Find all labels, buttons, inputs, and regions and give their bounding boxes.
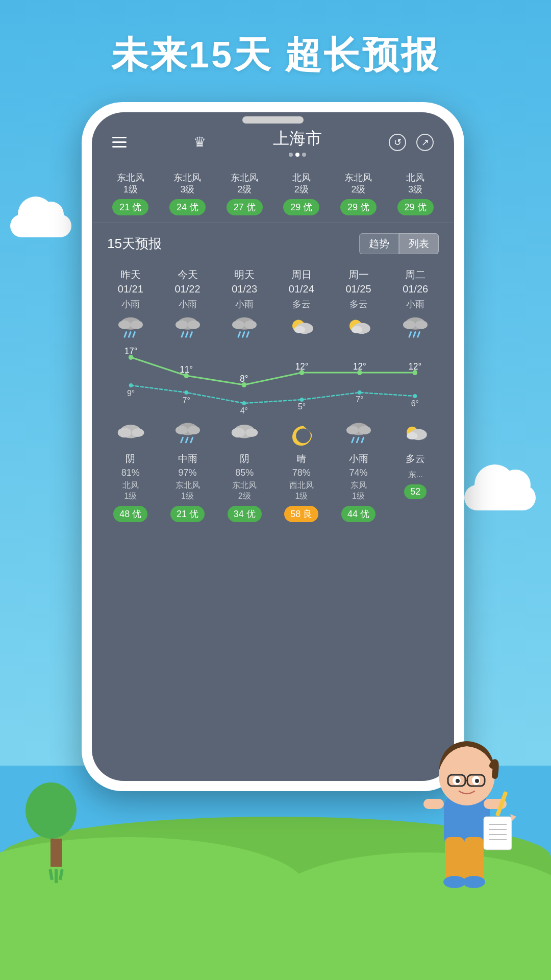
bottom-condition-5: 小雨 — [349, 452, 368, 465]
air-item-6: 北风3级 29 优 — [397, 172, 434, 215]
svg-line-61 — [186, 437, 188, 443]
air-item-3: 东北风2级 27 优 — [227, 172, 263, 215]
menu-icon[interactable] — [112, 137, 127, 148]
svg-point-20 — [294, 326, 305, 333]
svg-point-25 — [403, 321, 415, 329]
city-name: 上海市 — [273, 128, 322, 150]
svg-text:4°: 4° — [240, 405, 248, 413]
bottom-badge-2: 21 优 — [170, 506, 205, 522]
air-quality-row: 东北风1级 21 优 东北风3级 24 优 东北风2级 27 优 北风2级 29… — [92, 165, 454, 223]
forecast-title: 15天预报 — [107, 235, 162, 253]
forecast-day-1: 昨天01/21 小雨 — [102, 267, 159, 342]
svg-text:7°: 7° — [182, 395, 190, 405]
bottom-wind-4: 西北风1级 — [289, 480, 314, 502]
svg-line-60 — [181, 437, 183, 443]
partly-cloudy-icon-5 — [343, 314, 374, 340]
forecast-section: 15天预报 趋势 列表 昨天01/21 小雨 — [92, 223, 454, 522]
air-badge-4: 29 优 — [283, 199, 319, 215]
svg-point-69 — [359, 426, 371, 434]
cloudy-icon-1 — [115, 421, 146, 446]
forecast-tab-list[interactable]: 列表 — [399, 233, 439, 254]
forecast-tab-trend[interactable]: 趋势 — [359, 233, 399, 254]
rain-icon-3 — [229, 314, 260, 340]
svg-line-9 — [182, 332, 184, 337]
air-badge-3: 27 优 — [227, 199, 263, 215]
svg-text:5°: 5° — [298, 401, 306, 411]
svg-point-1 — [118, 321, 131, 329]
svg-line-72 — [362, 437, 364, 443]
bottom-percent-4: 78% — [292, 468, 311, 478]
svg-text:9°: 9° — [127, 388, 135, 398]
rain-icon-b2 — [172, 421, 203, 446]
svg-point-13 — [232, 321, 244, 329]
page-title: 未来15天 超长预报 — [0, 31, 551, 80]
cloud-left — [10, 214, 71, 237]
svg-rect-93 — [484, 817, 512, 850]
svg-point-2 — [131, 321, 143, 329]
air-wind-6: 北风3级 — [406, 172, 424, 196]
air-item-1: 东北风1级 21 优 — [112, 172, 148, 215]
svg-point-64 — [232, 428, 245, 437]
partly-cloudy-icon-b6 — [400, 421, 431, 446]
bottom-badge-6: 52 — [404, 484, 427, 499]
air-badge-2: 24 优 — [169, 199, 206, 215]
svg-point-75 — [407, 432, 418, 439]
svg-point-68 — [346, 426, 359, 434]
forecast-day-3: 明天01/23 小雨 — [216, 267, 273, 342]
bottom-wind-3: 东北风2级 — [232, 480, 257, 502]
forecast-day-4: 周日01/24 多云 — [273, 267, 330, 342]
forecast-day-2: 今天01/22 小雨 — [159, 267, 216, 342]
bottom-percent-3: 85% — [235, 468, 254, 478]
svg-point-7 — [176, 321, 188, 329]
svg-line-4 — [129, 332, 131, 337]
city-dot-2[interactable] — [295, 153, 299, 157]
tree-top — [26, 782, 77, 839]
bottom-day-1: 阴 81% 北风1级 48 优 — [102, 419, 159, 522]
share-icon[interactable]: ↗ — [416, 134, 434, 151]
bottom-day-4: 晴 78% 西北风1级 58 良 — [273, 419, 330, 522]
day-label-3: 明天01/23 — [232, 267, 257, 296]
svg-text:12°: 12° — [353, 361, 366, 372]
forecast-header: 15天预报 趋势 列表 — [102, 223, 444, 262]
svg-text:8°: 8° — [240, 373, 248, 384]
bottom-condition-2: 中雨 — [178, 452, 197, 465]
bottom-day-6: 多云 东... 52 — [387, 419, 444, 522]
svg-point-56 — [132, 428, 144, 437]
svg-text:12°: 12° — [409, 361, 422, 372]
svg-point-79 — [443, 876, 466, 888]
day-condition-2: 小雨 — [179, 298, 197, 310]
air-item-2: 东北风3级 24 优 — [169, 172, 206, 215]
svg-point-91 — [456, 779, 460, 783]
cloud-right — [464, 485, 536, 510]
city-dot-3[interactable] — [302, 153, 306, 157]
day-condition-3: 小雨 — [235, 298, 254, 310]
svg-point-36 — [129, 383, 133, 387]
svg-point-58 — [176, 426, 188, 434]
bottom-forecast-row: 阴 81% 北风1级 48 优 — [102, 413, 444, 522]
rain-icon-2 — [172, 314, 203, 340]
day-label-5: 周一01/25 — [345, 267, 371, 296]
air-wind-4: 北风2级 — [292, 172, 311, 196]
svg-line-15 — [238, 332, 240, 337]
svg-line-28 — [414, 332, 416, 337]
forecast-tabs: 趋势 列表 — [359, 233, 439, 254]
crown-icon: ♛ — [193, 134, 206, 151]
bottom-badge-1: 48 优 — [113, 506, 147, 522]
svg-text:7°: 7° — [356, 394, 363, 404]
svg-line-16 — [243, 332, 245, 337]
day-label-2: 今天01/22 — [174, 267, 200, 296]
bottom-wind-1: 北风1级 — [122, 480, 139, 502]
air-wind-5: 东北风2级 — [344, 172, 372, 196]
svg-point-80 — [463, 876, 485, 888]
svg-point-26 — [415, 321, 428, 329]
air-wind-2: 东北风3级 — [173, 172, 201, 196]
cloudy-icon-3 — [229, 421, 260, 446]
bottom-wind-5: 东风1级 — [350, 480, 367, 502]
city-dots — [273, 153, 322, 157]
character-illustration — [408, 704, 520, 909]
city-dot-1[interactable] — [289, 153, 293, 157]
forecast-days-top: 昨天01/21 小雨 今天01 — [102, 262, 444, 342]
day-condition-4: 多云 — [292, 298, 311, 310]
day-condition-6: 小雨 — [406, 298, 424, 310]
refresh-icon[interactable]: ↺ — [389, 134, 406, 151]
